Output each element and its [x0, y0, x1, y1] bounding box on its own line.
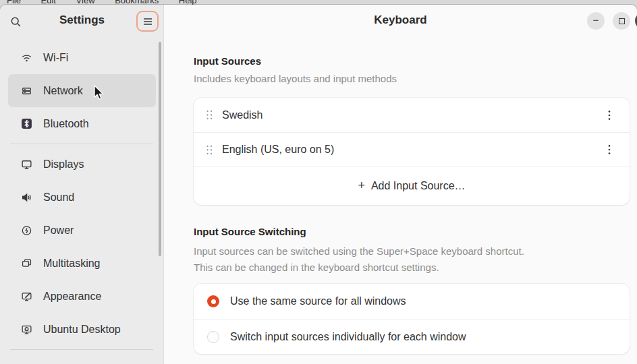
background-window-strip: File Edit View Bookmarks Help [0, 0, 637, 5]
sidebar-item-network[interactable]: Network [8, 74, 156, 107]
sidebar: Settings Wi-Fi [0, 5, 164, 364]
settings-window: Settings Wi-Fi [0, 5, 637, 364]
maximize-icon [619, 18, 625, 24]
multitasking-icon [21, 257, 32, 269]
maximize-button[interactable] [613, 12, 630, 30]
kebab-menu-button[interactable] [601, 142, 617, 158]
sidebar-nav: Wi-Fi Network [0, 37, 163, 364]
input-source-name: Swedish [222, 109, 262, 121]
sidebar-separator [10, 349, 153, 350]
radio-unselected[interactable] [207, 331, 219, 343]
hamburger-icon [143, 18, 153, 26]
page-title: Keyboard [164, 13, 637, 27]
displays-icon [21, 158, 32, 170]
sidebar-item-sound[interactable]: Sound [8, 181, 156, 214]
sidebar-item-label: Ubuntu Desktop [43, 324, 121, 336]
input-source-row-english[interactable]: English (US, euro on 5) [194, 132, 630, 166]
minimize-icon: − [593, 15, 599, 28]
sidebar-item-label: Appearance [43, 291, 101, 303]
sidebar-item-ubuntu-desktop[interactable]: Ubuntu Desktop [8, 313, 156, 346]
radio-selected[interactable] [207, 295, 219, 307]
mouse-cursor [93, 85, 107, 101]
bluetooth-icon [21, 118, 32, 129]
background-window-menubar: File Edit View Bookmarks Help [0, 0, 637, 5]
main-menu-button[interactable] [136, 11, 159, 32]
add-input-source-button[interactable]: + Add Input Source… [194, 166, 630, 205]
option-label: Switch input sources individually for ea… [230, 331, 466, 343]
appearance-icon [21, 291, 32, 302]
sidebar-item-label: Multitasking [43, 257, 100, 270]
drag-handle-icon[interactable] [206, 109, 213, 121]
plus-icon: + [358, 179, 365, 193]
main-panel: Keyboard − Input Sources Includes keyboa… [164, 5, 637, 364]
sound-icon [21, 191, 32, 203]
sidebar-item-label: Bluetooth [43, 118, 89, 130]
section-heading-switching: Input Source Switching [194, 226, 630, 237]
sidebar-scrollbar[interactable] [159, 42, 161, 256]
window-controls: − [587, 12, 630, 30]
option-per-window[interactable]: Switch input sources individually for ea… [194, 319, 630, 354]
ubuntu-desktop-icon [21, 324, 32, 335]
sidebar-item-label: Wi-Fi [43, 52, 68, 64]
sidebar-item-wifi[interactable]: Wi-Fi [8, 41, 156, 74]
option-label: Use the same source for all windows [230, 295, 406, 307]
main-header: Keyboard − [164, 5, 637, 36]
sidebar-item-label: Sound [43, 191, 74, 204]
sidebar-item-apps[interactable]: Apps [8, 353, 156, 364]
power-icon [21, 224, 32, 236]
section-description: Input sources can be switched using the … [194, 243, 630, 276]
sidebar-item-multitasking[interactable]: Multitasking [8, 247, 156, 280]
sidebar-item-bluetooth[interactable]: Bluetooth [8, 107, 156, 140]
main-content: Input Sources Includes keyboard layouts … [164, 36, 630, 354]
sidebar-header: Settings [0, 5, 163, 37]
drag-handle-icon[interactable] [206, 144, 213, 156]
section-heading-input-sources: Input Sources [194, 55, 630, 67]
sidebar-item-displays[interactable]: Displays [8, 148, 156, 181]
description-line: This can be changed in the keyboard shor… [194, 260, 630, 276]
sidebar-item-label: Network [43, 85, 83, 97]
add-input-source-label: Add Input Source… [371, 180, 466, 192]
sidebar-item-label: Power [43, 224, 74, 237]
switching-options-card: Use the same source for all windows Swit… [194, 284, 630, 354]
input-source-row-swedish[interactable]: Swedish [194, 98, 630, 132]
sidebar-item-appearance[interactable]: Appearance [8, 280, 156, 313]
section-description: Includes keyboard layouts and input meth… [194, 73, 630, 84]
sidebar-item-power[interactable]: Power [8, 214, 156, 247]
minimize-button[interactable]: − [587, 12, 605, 30]
network-icon [21, 85, 32, 96]
option-same-source[interactable]: Use the same source for all windows [194, 284, 630, 319]
description-line: Input sources can be switched using the … [194, 243, 630, 260]
sidebar-separator [10, 144, 153, 144]
wifi-icon [21, 52, 32, 63]
input-sources-card: Swedish English [194, 98, 630, 205]
kebab-menu-button[interactable] [601, 107, 617, 123]
sidebar-item-label: Displays [43, 158, 84, 171]
input-source-name: English (US, euro on 5) [222, 144, 334, 156]
